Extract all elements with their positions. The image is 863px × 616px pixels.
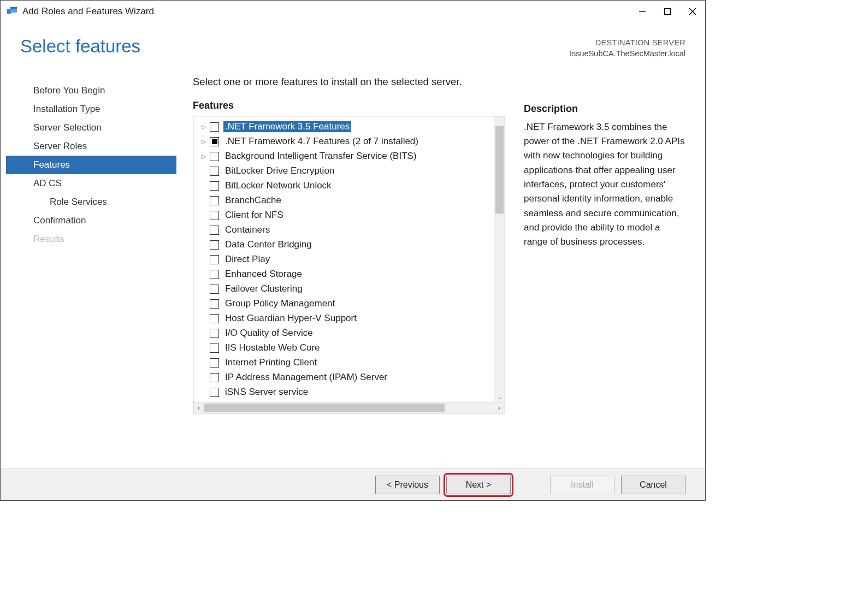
- feature-checkbox[interactable]: [210, 314, 219, 323]
- feature-label: IIS Hostable Web Core: [223, 342, 322, 353]
- destination-value: IssueSubCA.TheSecMaster.local: [570, 48, 685, 59]
- feature-item[interactable]: IIS Hostable Web Core: [197, 341, 494, 356]
- scroll-left-arrow[interactable]: ‹: [193, 404, 204, 412]
- feature-checkbox[interactable]: [210, 152, 219, 161]
- feature-checkbox[interactable]: [210, 167, 219, 176]
- feature-checkbox[interactable]: [210, 122, 219, 132]
- cancel-button[interactable]: Cancel: [621, 476, 685, 494]
- feature-item[interactable]: I/O Quality of Service: [197, 326, 494, 341]
- feature-label: BitLocker Network Unlock: [223, 180, 333, 191]
- feature-label: Failover Clustering: [223, 283, 304, 294]
- vertical-scrollbar-thumb[interactable]: [495, 126, 504, 214]
- feature-item[interactable]: Direct Play: [197, 252, 494, 267]
- feature-label: BranchCache: [223, 195, 283, 206]
- feature-item[interactable]: ▷Background Intelligent Transfer Service…: [197, 149, 494, 164]
- feature-label: .NET Framework 3.5 Features: [223, 121, 351, 132]
- feature-item[interactable]: Group Policy Management: [197, 297, 494, 311]
- horizontal-scrollbar[interactable]: ‹ ›: [193, 402, 505, 413]
- feature-checkbox[interactable]: [210, 343, 219, 353]
- feature-checkbox[interactable]: [210, 270, 219, 279]
- steps-sidebar: Before You BeginInstallation TypeServer …: [1, 76, 176, 469]
- feature-checkbox[interactable]: [210, 226, 219, 235]
- step-item[interactable]: Server Roles: [6, 137, 176, 156]
- feature-checkbox[interactable]: [210, 196, 219, 205]
- description-column: Description .NET Framework 3.5 combines …: [505, 76, 685, 469]
- install-button[interactable]: Install: [550, 476, 614, 494]
- minimize-button[interactable]: [630, 1, 655, 22]
- page-title: Select features: [20, 36, 570, 57]
- feature-checkbox[interactable]: [210, 240, 219, 250]
- horizontal-scrollbar-thumb[interactable]: [204, 404, 445, 412]
- feature-label: .NET Framework 4.7 Features (2 of 7 inst…: [223, 136, 420, 147]
- feature-item[interactable]: Client for NFS: [197, 208, 494, 223]
- feature-item[interactable]: Enhanced Storage: [197, 267, 494, 282]
- feature-label: Client for NFS: [223, 210, 285, 221]
- titlebar: Add Roles and Features Wizard: [1, 1, 705, 22]
- vertical-scrollbar[interactable]: ⌄: [494, 116, 505, 402]
- main-column: Select one or more features to install o…: [176, 76, 505, 469]
- app-icon: [7, 6, 18, 17]
- features-listbox[interactable]: ▷.NET Framework 3.5 Features▷.NET Framew…: [193, 116, 505, 413]
- scroll-down-arrow[interactable]: ⌄: [494, 394, 505, 401]
- feature-label: Enhanced Storage: [223, 269, 304, 280]
- step-item: Results: [6, 230, 176, 248]
- instruction-text: Select one or more features to install o…: [193, 76, 505, 88]
- feature-checkbox[interactable]: [210, 255, 219, 264]
- step-item[interactable]: Before You Begin: [6, 81, 176, 100]
- destination-block: DESTINATION SERVER IssueSubCA.TheSecMast…: [570, 36, 685, 60]
- feature-item[interactable]: Host Guardian Hyper-V Support: [197, 311, 494, 326]
- feature-label: Data Center Bridging: [223, 239, 314, 250]
- heading-row: Select features DESTINATION SERVER Issue…: [1, 22, 705, 65]
- step-item[interactable]: AD CS: [6, 174, 176, 193]
- feature-checkbox[interactable]: [210, 137, 219, 146]
- feature-item[interactable]: Failover Clustering: [197, 282, 494, 297]
- step-item[interactable]: Role Services: [6, 193, 176, 211]
- description-label: Description: [524, 103, 685, 115]
- feature-item[interactable]: BitLocker Drive Encryption: [197, 164, 494, 179]
- feature-checkbox[interactable]: [210, 329, 219, 338]
- feature-label: Host Guardian Hyper-V Support: [223, 313, 358, 324]
- svg-rect-2: [10, 7, 17, 9]
- feature-checkbox[interactable]: [210, 388, 219, 397]
- scroll-right-arrow[interactable]: ›: [494, 404, 505, 412]
- next-button[interactable]: Next >: [446, 476, 511, 494]
- feature-label: Group Policy Management: [223, 298, 336, 309]
- feature-checkbox[interactable]: [210, 181, 219, 191]
- features-tree: ▷.NET Framework 3.5 Features▷.NET Framew…: [193, 116, 494, 402]
- feature-checkbox[interactable]: [210, 299, 219, 309]
- expander-icon[interactable]: ▷: [200, 138, 208, 145]
- expander-icon[interactable]: ▷: [200, 152, 208, 160]
- step-item[interactable]: Features: [6, 156, 176, 174]
- feature-item[interactable]: IP Address Management (IPAM) Server: [197, 370, 494, 385]
- feature-label: Background Intelligent Transfer Service …: [223, 151, 418, 162]
- feature-item[interactable]: BranchCache: [197, 193, 494, 208]
- feature-checkbox[interactable]: [210, 211, 219, 220]
- feature-label: BitLocker Drive Encryption: [223, 165, 336, 176]
- feature-checkbox[interactable]: [210, 373, 219, 382]
- step-item[interactable]: Installation Type: [6, 100, 176, 119]
- step-item[interactable]: Server Selection: [6, 119, 176, 137]
- feature-item[interactable]: Containers: [197, 223, 494, 238]
- svg-rect-4: [665, 9, 671, 15]
- feature-label: IP Address Management (IPAM) Server: [223, 372, 389, 383]
- feature-checkbox[interactable]: [210, 358, 219, 368]
- window-title: Add Roles and Features Wizard: [22, 6, 154, 17]
- feature-item[interactable]: Internet Printing Client: [197, 356, 494, 370]
- features-label: Features: [193, 100, 505, 111]
- description-text: .NET Framework 3.5 combines the power of…: [524, 120, 685, 250]
- maximize-button[interactable]: [655, 1, 680, 22]
- feature-item[interactable]: BitLocker Network Unlock: [197, 179, 494, 193]
- feature-item[interactable]: ▷.NET Framework 4.7 Features (2 of 7 ins…: [197, 134, 494, 149]
- previous-button[interactable]: < Previous: [375, 476, 440, 494]
- feature-item[interactable]: Data Center Bridging: [197, 238, 494, 252]
- destination-label: DESTINATION SERVER: [570, 37, 685, 48]
- feature-label: Direct Play: [223, 254, 271, 265]
- expander-icon[interactable]: ▷: [200, 123, 208, 131]
- wizard-window: Add Roles and Features Wizard Select fea…: [0, 0, 706, 501]
- close-button[interactable]: [680, 1, 705, 22]
- feature-checkbox[interactable]: [210, 285, 219, 294]
- feature-label: Containers: [223, 224, 271, 235]
- feature-item[interactable]: iSNS Server service: [197, 385, 494, 400]
- step-item[interactable]: Confirmation: [6, 211, 176, 230]
- feature-item[interactable]: ▷.NET Framework 3.5 Features: [197, 120, 494, 134]
